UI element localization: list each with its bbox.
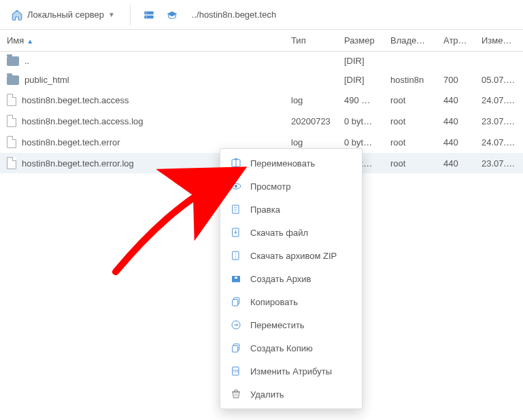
col-modified-header[interactable]: Изменён <box>475 30 523 52</box>
rename-icon <box>230 157 242 169</box>
cell-owner: root <box>384 90 437 111</box>
context-item-label: Переименовать <box>250 158 315 169</box>
cell-type <box>284 52 337 71</box>
folder-icon <box>7 75 19 85</box>
sort-asc-icon: ▲ <box>27 37 33 45</box>
table-row[interactable]: public_html[DIR]hostin8n70005.07.2020 22… <box>0 71 523 90</box>
context-item-label: Создать Копию <box>250 343 313 353</box>
cell-modified: 24.07.2020 13: <box>475 90 523 111</box>
file-name: hostin8n.beget.tech.access.log <box>22 116 144 126</box>
svg-point-2 <box>146 12 147 14</box>
delete-icon <box>230 388 242 400</box>
col-owner-header[interactable]: Владелец <box>384 30 437 52</box>
svg-rect-18 <box>235 277 237 279</box>
context-item-label: Переместить <box>250 320 305 330</box>
cell-attr: 440 <box>437 90 475 111</box>
edit-icon <box>230 203 242 215</box>
server-icon-button[interactable] <box>140 6 158 24</box>
context-item-edit[interactable]: Правка <box>220 198 362 221</box>
context-item-copy[interactable]: Копировать <box>220 290 362 313</box>
cell-attr: 700 <box>437 71 475 90</box>
copy-icon <box>230 296 242 308</box>
col-type-header[interactable]: Тип <box>284 30 337 52</box>
context-item-delete[interactable]: Удалить <box>220 383 362 406</box>
view-icon <box>230 180 242 192</box>
col-attr-header[interactable]: Атри… <box>437 30 475 52</box>
file-name: hostin8n.beget.tech.error.log <box>22 158 134 169</box>
context-item-move[interactable]: Переместить <box>220 313 362 336</box>
download-zip-icon <box>230 249 242 262</box>
file-name: .. <box>24 56 29 66</box>
cell-size: 490 … <box>337 90 384 111</box>
cell-type <box>284 71 337 90</box>
cell-size: [DIR] <box>337 52 384 71</box>
cell-modified: 23.07.2020 18: <box>475 153 523 174</box>
cell-attr <box>437 52 475 71</box>
local-server-button[interactable]: Локальный сервер ▼ <box>5 6 120 24</box>
move-icon <box>230 319 242 331</box>
svg-rect-20 <box>233 300 238 306</box>
cell-attr: 440 <box>437 111 475 132</box>
create-copy-icon <box>230 342 242 354</box>
context-menu: ПереименоватьПросмотрПравкаСкачать файлС… <box>220 148 362 409</box>
cell-owner: root <box>384 153 437 174</box>
cell-attr: 440 <box>437 153 475 174</box>
context-item-label: Правка <box>250 205 280 215</box>
cell-modified: 24.07.2020 00: <box>475 132 523 153</box>
context-item-label: Просмотр <box>250 181 290 192</box>
table-row[interactable]: ..[DIR] <box>0 52 523 71</box>
table-header-row: Имя▲ Тип Размер Владелец Атри… Изменён <box>0 30 523 52</box>
svg-rect-23 <box>233 346 238 352</box>
file-name: hostin8n.beget.tech.error <box>22 137 120 147</box>
cell-attr: 440 <box>437 132 475 153</box>
toolbar: Локальный сервер ▼ ../hostin8n.beget.tec… <box>0 0 523 30</box>
cell-owner: hostin8n <box>384 71 437 90</box>
cell-modified: 23.07.2020 18: <box>475 111 523 132</box>
table-row[interactable]: hostin8n.beget.tech.access.log202007230 … <box>0 111 523 132</box>
svg-point-9 <box>235 185 237 188</box>
file-icon <box>7 157 16 169</box>
context-item-label: Скачать архивом ZIP <box>250 251 337 261</box>
svg-text:755: 755 <box>233 369 239 373</box>
file-icon <box>7 136 16 148</box>
context-item-label: Создать Архив <box>250 274 311 284</box>
context-item-label: Скачать файл <box>250 228 308 238</box>
cell-modified <box>475 52 523 71</box>
file-name: public_html <box>24 75 69 85</box>
file-name: hostin8n.beget.tech.access <box>22 95 129 105</box>
col-name-header[interactable]: Имя▲ <box>0 30 284 52</box>
context-item-create-archive[interactable]: Создать Архив <box>220 267 362 290</box>
file-icon <box>7 94 16 106</box>
cell-owner: root <box>384 111 437 132</box>
hat-icon-button[interactable] <box>163 6 181 24</box>
cell-owner: root <box>384 132 437 153</box>
context-item-view[interactable]: Просмотр <box>220 175 362 198</box>
cell-modified: 05.07.2020 22: <box>475 71 523 90</box>
folder-icon <box>7 56 19 66</box>
cell-size: [DIR] <box>337 71 384 90</box>
svg-rect-29 <box>235 390 237 392</box>
context-item-label: Копировать <box>250 297 298 307</box>
file-icon <box>7 115 16 127</box>
toolbar-divider <box>130 5 131 25</box>
cell-type: 20200723 <box>284 111 337 132</box>
cell-owner <box>384 52 437 71</box>
home-icon <box>11 9 23 21</box>
col-size-header[interactable]: Размер <box>337 30 384 52</box>
breadcrumb[interactable]: ../hostin8n.beget.tech <box>186 10 276 20</box>
context-item-label: Изменить Атрибуты <box>250 366 332 377</box>
change-attr-icon: 755 <box>230 365 242 377</box>
context-item-create-copy[interactable]: Создать Копию <box>220 336 362 360</box>
table-row[interactable]: hostin8n.beget.tech.accesslog490 …root44… <box>0 90 523 111</box>
create-archive-icon <box>230 273 242 285</box>
caret-down-icon: ▼ <box>108 11 115 18</box>
context-item-label: Удалить <box>250 389 284 400</box>
context-item-download-zip[interactable]: Скачать архивом ZIP <box>220 244 362 267</box>
server-label: Локальный сервер <box>27 10 104 20</box>
download-icon <box>230 226 242 239</box>
context-item-download[interactable]: Скачать файл <box>220 221 362 244</box>
context-item-rename[interactable]: Переименовать <box>220 152 362 175</box>
cell-type: log <box>284 90 337 111</box>
svg-rect-0 <box>144 11 154 14</box>
context-item-change-attr[interactable]: 755Изменить Атрибуты <box>220 360 362 383</box>
